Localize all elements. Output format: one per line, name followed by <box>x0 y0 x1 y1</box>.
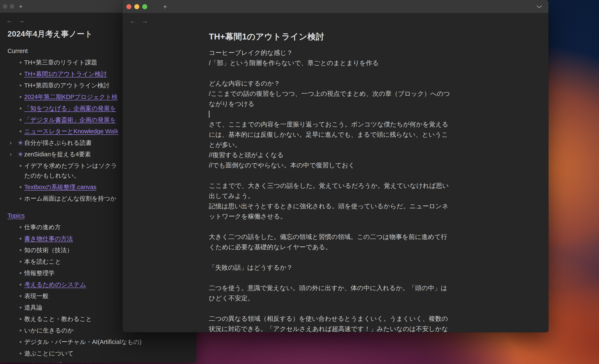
list-item-text: zenSidianを捉える4要素 <box>24 151 91 158</box>
list-item-text: ホーム画面はどんな役割を持つか <box>24 195 116 202</box>
internal-link[interactable]: 「デジタル書斎術」企画の発展を <box>24 116 116 123</box>
collapse-chevron-icon[interactable]: › <box>10 149 12 159</box>
editor-line: ながりをつける <box>209 99 469 109</box>
collapsed-bullet-icon <box>18 152 23 157</box>
bullet-icon <box>20 249 21 251</box>
editor-line <box>209 170 469 181</box>
traffic-light-inactive-2[interactable] <box>10 4 14 9</box>
collapse-chevron-icon[interactable]: › <box>10 138 12 147</box>
internal-link[interactable]: TH+幕間1のアウトライン検討 <box>24 70 107 77</box>
editor-line: には、基本的には反復しかない。足早に進んでも、まるで頭に残らない、というこ <box>209 130 469 140</box>
list-item-text: イデアを求めたプラトンはソクラ <box>24 162 117 169</box>
internal-link[interactable]: 書き物仕事の方法 <box>24 235 73 242</box>
editor-line: 記憶は思い出そうとするときに強化される。頭を使っているからだ。ニューロンネ <box>209 201 469 211</box>
front-window-titlebar[interactable]: + <box>123 0 548 13</box>
list-item-text: アウトサイダーのスタイル <box>24 362 98 363</box>
bullet-icon <box>20 284 21 286</box>
bullet-icon <box>20 96 21 98</box>
list-item-text: デジタル・バーチャル・AI(Artificialなもの) <box>24 338 141 345</box>
bullet-icon <box>20 119 21 121</box>
editor-line <box>209 273 469 283</box>
history-forward-icon[interactable]: → <box>18 17 25 24</box>
list-item: 遊ぶことについて <box>8 348 191 358</box>
internal-link[interactable]: ニュースレターとKnowledge Walk <box>24 128 118 135</box>
bullet-icon <box>20 198 21 199</box>
internal-link[interactable]: 考えるためのシステム <box>24 281 86 288</box>
list-item-text: いかに生きるのか <box>24 327 74 334</box>
bullet-icon <box>20 165 21 167</box>
front-window[interactable]: + ← → TH+幕間1のアウトライン検討 コーヒーブレイク的な感じ？/「部」と… <box>123 0 548 332</box>
bullet-icon <box>20 295 21 297</box>
bullet-icon <box>20 329 21 331</box>
list-item-text: TH+第三章のリライト課題 <box>24 59 97 66</box>
editor-area[interactable]: TH+幕間1のアウトライン検討 コーヒーブレイク的な感じ？/「部」という階層を作… <box>123 13 548 332</box>
bullet-icon <box>20 130 21 132</box>
list-item: アウトサイダーのスタイル <box>8 360 191 363</box>
editor-line: 「失敗の話」はどうするか？ <box>209 262 469 273</box>
bullet-icon <box>20 341 21 343</box>
editor-line: //復習すると頭がよくなる <box>209 150 469 160</box>
list-item-text: 知の技術（技法） <box>24 247 73 253</box>
editor-line: 出してみよう。 <box>209 191 469 201</box>
editor-line: 大きく二つの話をした。備忘の領域と習慣の領域。この二つは物事を前に進めて行 <box>209 232 469 242</box>
back-window-nav: ← → <box>6 17 25 24</box>
editor-line: /「部」という階層を作らないで、章ごとのまとまりを作る <box>209 58 469 68</box>
front-window-nav: ← → <box>130 18 148 24</box>
editor-line <box>209 252 469 262</box>
history-forward-icon[interactable]: → <box>141 18 148 24</box>
list-item: デジタル・バーチャル・AI(Artificialなもの) <box>8 337 191 347</box>
editor-line: 二つの異なる領域（相反する）を使い合わせるとうまくいく。うまくいく、複数の <box>209 313 469 324</box>
internal-link[interactable]: 2024年第二期KDPプロジェクト検 <box>24 94 118 100</box>
bullet-icon <box>20 107 21 109</box>
internal-link[interactable]: 「知をつなげる」企画案の発展を <box>24 105 116 112</box>
editor-line: 状況に対応できる。「アクセルさえあれば超高速です！」みたいなのは不安しかな <box>209 324 469 332</box>
text-cursor <box>209 111 210 118</box>
new-tab-icon[interactable]: + <box>163 3 167 10</box>
bullet-icon <box>20 226 21 228</box>
bullet-icon <box>20 61 21 63</box>
editor-line: ここまでで、大きく三つの話をした。覚えているだろうか。覚えていなければ思い <box>209 181 469 191</box>
editor-line: くために必要な基礎的なレイヤーである。 <box>209 242 469 252</box>
internal-link[interactable]: Topics <box>8 212 25 219</box>
close-button[interactable] <box>126 4 131 9</box>
bullet-icon <box>20 73 21 75</box>
editor-line <box>209 221 469 232</box>
bullet-icon <box>20 272 21 274</box>
list-item-text: 仕事の進め方 <box>24 224 61 230</box>
collapsed-bullet-icon <box>18 140 23 145</box>
list-item-text: 道具論 <box>24 304 42 311</box>
bullet-icon <box>20 238 21 240</box>
editor-line: 二つを使う。意識で覚えない。頭の外に出すか、体の中に入れるか。「頭の中」は <box>209 283 469 293</box>
chevron-down-icon[interactable] <box>536 5 542 9</box>
minimize-button[interactable] <box>134 4 139 9</box>
list-item-text: TH+第四章のアウトライン検討 <box>24 82 109 89</box>
list-item-text: 遊ぶことについて <box>24 350 74 357</box>
list-item-text: 情報整理学 <box>24 270 54 276</box>
editor-line: /ここまでの話の復習をしつつ、一つ上の視点でまとめ、次の章（ブロック）へのつ <box>209 88 469 99</box>
bullet-icon <box>20 261 21 263</box>
history-back-icon[interactable]: ← <box>6 17 13 24</box>
history-back-icon[interactable]: ← <box>130 18 136 24</box>
editor-line: とが多い。 <box>209 140 469 150</box>
editor-line: ットワークを稼働させる。 <box>209 211 469 221</box>
list-item-text: 表現一般 <box>24 293 48 299</box>
bullet-icon <box>20 318 21 320</box>
internal-link[interactable]: Textboxの系統整理.canvas <box>24 184 97 190</box>
bullet-icon <box>20 353 21 354</box>
editor-line: ひどく不安定。 <box>209 293 469 303</box>
list-item-text: 本を読むこと <box>24 258 61 265</box>
zoom-button[interactable] <box>142 4 147 9</box>
bullet-icon <box>20 307 21 309</box>
editor-line: どんな内容にするのか？ <box>209 78 469 88</box>
new-tab-icon[interactable]: + <box>19 3 23 10</box>
editor-line: コーヒーブレイク的な感じ？ <box>209 48 469 58</box>
note-title: TH+幕間1のアウトライン検討 <box>209 31 469 42</box>
traffic-light-inactive-1[interactable] <box>3 4 7 9</box>
bullet-icon <box>20 85 21 87</box>
editor-line <box>209 303 469 313</box>
editor-line <box>209 109 469 119</box>
list-item-text: 教えること・教わること <box>24 316 92 322</box>
editor-line <box>209 68 469 78</box>
editor-line: さて、ここまでの内容を一度振り返っておこう。ポンコツな僕たちが何かを覚える <box>209 119 469 130</box>
list-item-text: 自分が揺さぶられる読書 <box>24 139 92 146</box>
